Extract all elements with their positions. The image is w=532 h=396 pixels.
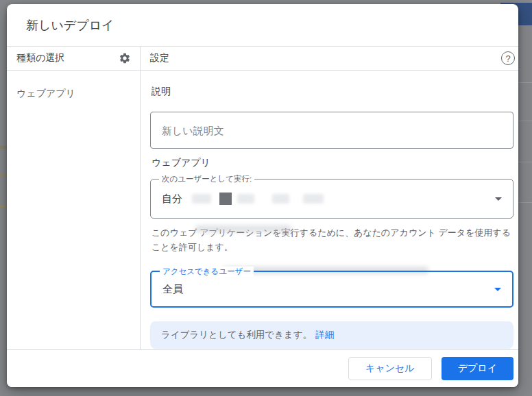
cancel-button[interactable]: キャンセル <box>348 357 432 380</box>
webapp-section-label: ウェブアプリ <box>152 157 513 169</box>
settings-header: 設定 ? <box>141 47 518 70</box>
access-value: 全員 <box>162 283 183 296</box>
dimmed-row-divider <box>518 82 532 83</box>
dialog-footer: キャンセル デプロイ <box>7 349 518 387</box>
settings-panel: 説明 ウェブアプリ 次のユーザーとして実行: 自分 このウェブ アプリケーション… <box>141 71 518 349</box>
type-item-webapp[interactable]: ウェブアプリ <box>7 82 140 106</box>
execute-as-legend: 次のユーザーとして実行: <box>159 174 254 184</box>
execute-as-value: 自分 <box>162 193 182 206</box>
type-list: ウェブアプリ <box>7 71 141 349</box>
gear-icon[interactable] <box>118 51 132 65</box>
dimmed-row-divider <box>518 202 532 203</box>
dimmed-editor-line <box>0 146 7 149</box>
dimmed-editor-line <box>0 205 7 208</box>
type-select-header: 種類の選択 <box>7 47 141 70</box>
deploy-button[interactable]: デプロイ <box>442 357 513 380</box>
dropdown-arrow-icon <box>494 288 501 291</box>
description-input[interactable] <box>150 112 513 149</box>
dialog-body: ウェブアプリ 説明 ウェブアプリ 次のユーザーとして実行: 自分 このウェブ ア… <box>7 71 518 349</box>
redaction-smear <box>195 225 291 232</box>
description-label: 説明 <box>152 86 513 98</box>
dimmed-row-divider <box>518 121 532 121</box>
dimmed-row-divider <box>518 162 532 162</box>
library-info-box: ライブラリとしても利用できます。 詳細 <box>150 321 513 349</box>
help-icon[interactable]: ? <box>501 51 515 65</box>
dimmed-editor-line <box>0 174 7 177</box>
access-select[interactable]: アクセスできるユーザー 全員 <box>150 271 513 308</box>
type-select-header-label: 種類の選択 <box>16 52 64 64</box>
settings-header-label: 設定 <box>150 52 169 64</box>
details-link[interactable]: 詳細 <box>315 329 334 341</box>
library-info-text: ライブラリとしても利用できます。 <box>161 329 312 341</box>
redacted-email <box>192 193 324 205</box>
dropdown-arrow-icon <box>495 197 502 201</box>
panel-headers: 種類の選択 設定 ? <box>7 46 518 71</box>
new-deployment-dialog: 新しいデプロイ 種類の選択 設定 ? ウェブアプリ 説明 ウェブアプリ 次のユー… <box>7 4 518 387</box>
execute-as-select[interactable]: 次のユーザーとして実行: 自分 <box>150 179 513 219</box>
dialog-title: 新しいデプロイ <box>7 4 518 46</box>
access-legend: アクセスできるユーザー <box>160 267 254 277</box>
